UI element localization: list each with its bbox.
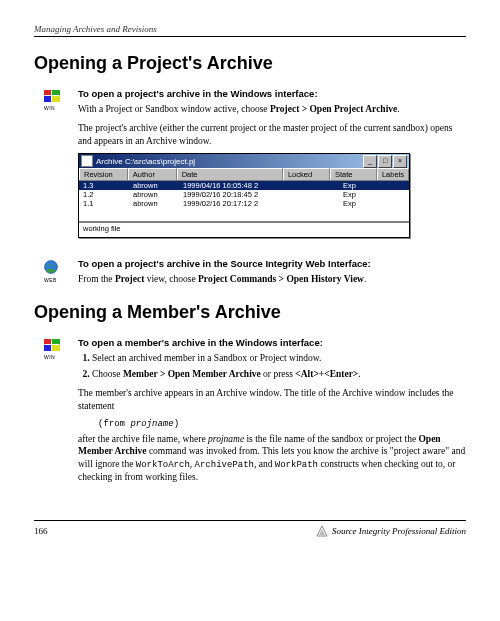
lead-win-project: To open a project's archive in the Windo…: [78, 88, 466, 99]
cell-lock: [291, 190, 339, 199]
text: .: [364, 274, 366, 284]
svg-rect-10: [52, 345, 60, 351]
section-win-member: WIN To open a member's archive in the Wi…: [34, 337, 466, 490]
windows-icon: [44, 90, 60, 102]
table-row[interactable]: 1.2 abrown 1999/02/16 20:18:45 2 Exp: [79, 190, 409, 199]
minimize-button[interactable]: _: [363, 155, 377, 168]
product-logo-icon: [316, 525, 328, 537]
running-header: Managing Archives and Revisions: [34, 24, 466, 37]
svg-rect-7: [44, 339, 51, 344]
menu-path: Project Commands > Open History View: [198, 274, 364, 284]
archive-window-screenshot: Archive C:\src\acs\project.pj _ □ × Revi…: [78, 153, 466, 238]
page-footer: 166 Source Integrity Professional Editio…: [34, 520, 466, 537]
cell-date: 1999/04/16 16:05:48 2: [179, 181, 291, 190]
step-1: Select an archived member in a Sandbox o…: [92, 352, 466, 365]
code: WorkToArch: [136, 460, 190, 470]
heading-open-member-archive: Opening a Member's Archive: [34, 302, 466, 323]
code-text: ): [174, 419, 179, 429]
menu-path: Project > Open Project Archive: [270, 104, 397, 114]
svg-rect-2: [52, 90, 60, 95]
window-title: Archive C:\src\acs\project.pj: [96, 157, 363, 166]
lead-win-member: To open a member's archive in the Window…: [78, 337, 466, 348]
text: view, choose: [144, 274, 198, 284]
gutter-win-2: WIN: [34, 337, 78, 490]
cell-state: Exp: [339, 190, 387, 199]
footer-product: Source Integrity Professional Edition: [316, 525, 466, 537]
para-archive-opens: The project's archive (either the curren…: [78, 122, 466, 148]
table-row[interactable]: 1.3 abrown 1999/04/16 16:05:48 2 Exp: [79, 181, 409, 190]
windows-icon: [44, 339, 60, 351]
cell-lock: [291, 181, 339, 190]
text: after the archive file name, where: [78, 434, 208, 444]
win-caption: WIN: [44, 354, 78, 360]
content-win-member: To open a member's archive in the Window…: [78, 337, 466, 490]
cell-rev: 1.2: [79, 190, 129, 199]
svg-rect-4: [52, 96, 60, 102]
text: .: [397, 104, 399, 114]
para-explanation: after the archive file name, where projn…: [78, 433, 466, 485]
cell-state: Exp: [339, 181, 387, 190]
cell-auth: abrown: [129, 199, 179, 208]
archive-window: Archive C:\src\acs\project.pj _ □ × Revi…: [78, 153, 410, 238]
step-2: Choose Member > Open Member Archive or p…: [92, 368, 466, 381]
code-text: (from: [98, 419, 130, 429]
svg-rect-1: [44, 90, 51, 95]
cell-label: [387, 190, 409, 199]
para-member-archive: The member's archive appears in an Archi…: [78, 387, 466, 413]
gutter-win: WIN: [34, 88, 78, 248]
cell-rev: 1.3: [79, 181, 129, 190]
code-var: projname: [130, 419, 173, 429]
cell-lock: [291, 199, 339, 208]
cell-auth: abrown: [129, 181, 179, 190]
cell-label: [387, 181, 409, 190]
maximize-button[interactable]: □: [378, 155, 392, 168]
svg-rect-8: [52, 339, 60, 344]
content-win-project: To open a project's archive in the Windo…: [78, 88, 466, 248]
cell-date: 1999/02/16 20:17:12 2: [179, 199, 291, 208]
svg-rect-3: [44, 96, 51, 102]
key-combo: <Alt>+<Enter>: [295, 369, 358, 379]
para-web-project: From the Project view, choose Project Co…: [78, 273, 466, 286]
para-choose-menu: With a Project or Sandbox window active,…: [78, 103, 466, 116]
col-locked[interactable]: Locked: [283, 168, 330, 180]
data-pane: 1.3 abrown 1999/04/16 16:05:48 2 Exp 1.2…: [79, 181, 409, 221]
cell-rev: 1.1: [79, 199, 129, 208]
text: Choose: [92, 369, 123, 379]
cell-auth: abrown: [129, 190, 179, 199]
lead-web-project: To open a project's archive in the Sourc…: [78, 258, 466, 269]
content-web-project: To open a project's archive in the Sourc…: [78, 258, 466, 292]
col-date[interactable]: Date: [177, 168, 283, 180]
table-row[interactable]: 1.1 abrown 1999/02/16 20:17:12 2 Exp: [79, 199, 409, 208]
code: WorkPath: [275, 460, 318, 470]
col-revision[interactable]: Revision: [79, 168, 128, 180]
cell-state: Exp: [339, 199, 387, 208]
section-win-project: WIN To open a project's archive in the W…: [34, 88, 466, 248]
column-header-row: Revision Author Date Locked State Labels: [79, 168, 409, 181]
text: is the file name of the sandbox or proje…: [244, 434, 418, 444]
page-container: Managing Archives and Revisions Opening …: [0, 0, 500, 557]
var: projname: [208, 434, 244, 444]
heading-open-project-archive: Opening a Project's Archive: [34, 53, 466, 74]
close-button[interactable]: ×: [393, 155, 407, 168]
window-controls: _ □ ×: [363, 155, 407, 168]
cell-date: 1999/02/16 20:18:45 2: [179, 190, 291, 199]
text: or press: [261, 369, 296, 379]
text-bold: Project: [115, 274, 144, 284]
text: , and: [254, 459, 275, 469]
text: From the: [78, 274, 115, 284]
section-web-project: WEB To open a project's archive in the S…: [34, 258, 466, 292]
text: .: [358, 369, 360, 379]
col-author[interactable]: Author: [128, 168, 177, 180]
steps-list: Select an archived member in a Sandbox o…: [78, 352, 466, 381]
col-state[interactable]: State: [330, 168, 377, 180]
globe-icon: [44, 260, 58, 276]
product-name: Source Integrity Professional Edition: [332, 526, 466, 536]
titlebar: Archive C:\src\acs\project.pj _ □ ×: [79, 154, 409, 168]
window-icon: [81, 155, 93, 167]
text: With a Project or Sandbox window active,…: [78, 104, 270, 114]
lower-pane: working file: [79, 221, 409, 237]
code-block: (from projname): [98, 419, 466, 429]
col-labels[interactable]: Labels: [377, 168, 409, 180]
win-caption: WIN: [44, 105, 78, 111]
gutter-web: WEB: [34, 258, 78, 292]
